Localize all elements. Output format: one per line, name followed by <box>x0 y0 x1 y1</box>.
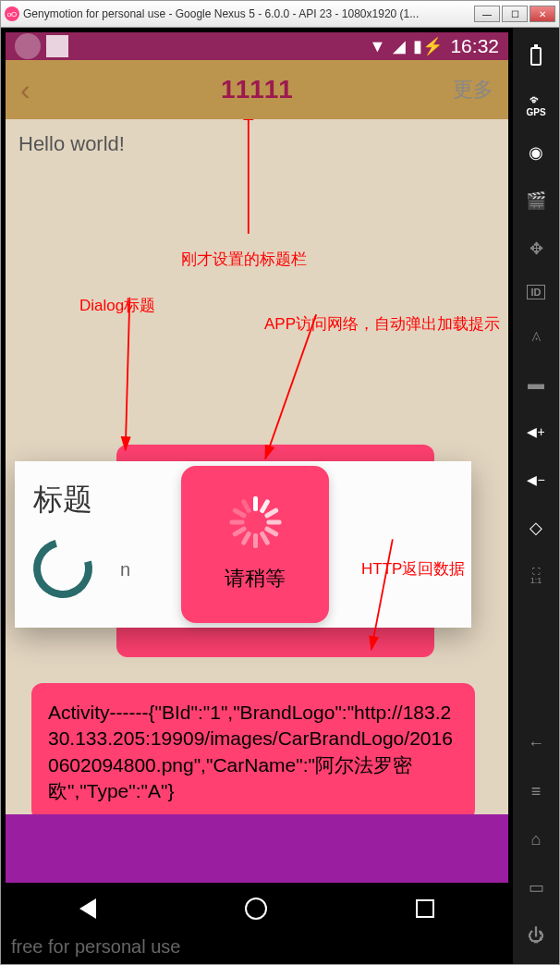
battery-icon[interactable] <box>524 44 548 68</box>
app-icon: oO <box>5 6 19 21</box>
svg-line-3 <box>265 314 316 458</box>
wifi-icon: ▼ <box>370 37 386 56</box>
app-header: ‹ 11111 更多 <box>6 60 508 119</box>
battery-charging-icon: ▮⚡ <box>413 36 443 56</box>
watermark: free for personal use <box>6 934 508 959</box>
android-nav-bar <box>6 883 508 934</box>
clock: 16:32 <box>450 35 499 57</box>
bottom-bar <box>6 814 508 883</box>
annotation-dialog: Dialog标题 <box>79 295 155 316</box>
back-icon[interactable]: ← <box>524 731 548 755</box>
notification-icon <box>46 35 68 57</box>
device-view: ▼ ◢ ▮⚡ 16:32 ‹ 11111 更多 Hello world! <box>1 28 513 964</box>
window-controls: — ☐ ✕ <box>474 6 555 22</box>
dialog-cutoff-text: n <box>120 559 130 580</box>
window-titlebar: oO Genymotion for personal use - Google … <box>0 0 560 28</box>
signal-icon: ◢ <box>393 36 406 56</box>
progress-spinner-icon <box>22 528 103 608</box>
maximize-button[interactable]: ☐ <box>502 6 528 22</box>
video-icon[interactable]: 🎬 <box>524 189 548 213</box>
power-icon[interactable]: ⏻ <box>524 923 548 947</box>
nav-home-icon[interactable] <box>245 898 267 920</box>
loading-text: 请稍等 <box>225 565 286 592</box>
volume-up-icon[interactable]: ◀+ <box>524 420 548 444</box>
genymotion-sidebar: ᯤ GPS ◉ 🎬 ✥ ID ⟑ ▬ ◀+ ◀− ◇ ⛶ 1:1 ← ≡ ⌂ ▭… <box>513 28 559 964</box>
gps-icon[interactable]: ᯤ GPS <box>524 92 548 116</box>
nav-recent-icon[interactable] <box>416 899 434 918</box>
camera-icon[interactable]: ◉ <box>524 140 548 165</box>
message-icon[interactable]: ▬ <box>524 372 548 396</box>
menu-icon[interactable]: ≡ <box>524 779 548 803</box>
dialog-title: 标题 <box>33 480 92 520</box>
rss-icon[interactable]: ⟑ <box>524 324 548 348</box>
hello-label: Hello world! <box>15 128 499 160</box>
nav-back-icon[interactable] <box>79 898 96 919</box>
recent-icon[interactable]: ▭ <box>524 875 548 899</box>
device-screen: ▼ ◢ ▮⚡ 16:32 ‹ 11111 更多 Hello world! <box>6 32 508 934</box>
rotate-icon[interactable]: ◇ <box>524 516 548 540</box>
window-title: Genymotion for personal use - Google Nex… <box>23 7 474 20</box>
ratio-icon[interactable]: ⛶ 1:1 <box>524 564 548 588</box>
close-button[interactable]: ✕ <box>530 6 555 22</box>
more-button[interactable]: 更多 <box>453 76 493 104</box>
loading-overlay: 请稍等 <box>181 466 329 623</box>
annotation-loading: APP访问网络，自动弹出加载提示 <box>264 313 500 335</box>
content-area: Hello world! 标题 n <box>6 119 508 883</box>
back-icon[interactable]: ‹ <box>20 73 30 107</box>
page-title: 11111 <box>221 75 293 104</box>
notification-icon <box>15 33 41 59</box>
loading-spinner-icon <box>229 496 281 548</box>
id-icon[interactable]: ID <box>527 285 545 299</box>
annotation-title: 刚才设置的标题栏 <box>181 249 307 270</box>
home-icon[interactable]: ⌂ <box>524 827 548 851</box>
minimize-button[interactable]: — <box>474 6 500 22</box>
volume-down-icon[interactable]: ◀− <box>524 468 548 492</box>
move-icon[interactable]: ✥ <box>524 237 548 261</box>
http-response-box: Activity------{"BId":"1","BrandLogo":"ht… <box>31 683 475 821</box>
svg-line-2 <box>126 298 130 450</box>
android-status-bar: ▼ ◢ ▮⚡ 16:32 <box>6 32 508 60</box>
